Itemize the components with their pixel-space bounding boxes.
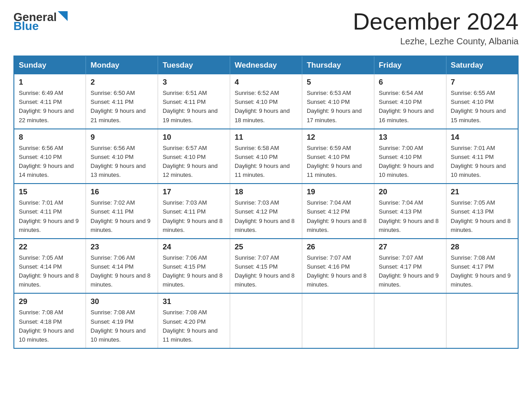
day-info: Sunrise: 6:56 AMSunset: 4:10 PMDaylight:… [19, 144, 81, 180]
calendar-cell: 22Sunrise: 7:05 AMSunset: 4:14 PMDayligh… [14, 239, 86, 294]
day-number: 19 [307, 188, 369, 197]
calendar-cell: 29Sunrise: 7:08 AMSunset: 4:18 PMDayligh… [14, 293, 86, 348]
day-info: Sunrise: 7:03 AMSunset: 4:11 PMDaylight:… [163, 198, 225, 235]
calendar-cell: 3Sunrise: 6:51 AMSunset: 4:11 PMDaylight… [158, 74, 230, 129]
calendar-cell: 26Sunrise: 7:07 AMSunset: 4:16 PMDayligh… [302, 239, 374, 294]
calendar-cell: 2Sunrise: 6:50 AMSunset: 4:11 PMDaylight… [86, 74, 158, 129]
day-info: Sunrise: 7:04 AMSunset: 4:12 PMDaylight:… [307, 198, 369, 235]
calendar-cell: 24Sunrise: 7:06 AMSunset: 4:15 PMDayligh… [158, 239, 230, 294]
day-number: 15 [19, 188, 81, 197]
day-number: 6 [379, 78, 442, 87]
day-info: Sunrise: 6:55 AMSunset: 4:10 PMDaylight:… [451, 89, 513, 125]
calendar-cell: 30Sunrise: 7:08 AMSunset: 4:19 PMDayligh… [86, 293, 158, 348]
day-info: Sunrise: 7:08 AMSunset: 4:18 PMDaylight:… [19, 308, 81, 344]
calendar-cell [302, 293, 374, 348]
day-info: Sunrise: 7:07 AMSunset: 4:16 PMDaylight:… [307, 253, 369, 290]
day-number: 28 [451, 243, 513, 252]
calendar-cell: 18Sunrise: 7:03 AMSunset: 4:12 PMDayligh… [230, 184, 302, 239]
calendar-cell: 5Sunrise: 6:53 AMSunset: 4:10 PMDaylight… [302, 74, 374, 129]
calendar-cell: 21Sunrise: 7:05 AMSunset: 4:13 PMDayligh… [446, 184, 518, 239]
calendar-cell: 23Sunrise: 7:06 AMSunset: 4:14 PMDayligh… [86, 239, 158, 294]
calendar-cell: 15Sunrise: 7:01 AMSunset: 4:11 PMDayligh… [14, 184, 86, 239]
calendar-cell: 1Sunrise: 6:49 AMSunset: 4:11 PMDaylight… [14, 74, 86, 129]
calendar-cell: 12Sunrise: 6:59 AMSunset: 4:10 PMDayligh… [302, 129, 374, 184]
day-number: 3 [163, 78, 225, 87]
day-info: Sunrise: 6:49 AMSunset: 4:11 PMDaylight:… [19, 89, 81, 125]
calendar-header-tuesday: Tuesday [158, 56, 230, 74]
day-number: 29 [19, 297, 81, 306]
day-number: 18 [235, 188, 297, 197]
day-number: 14 [451, 133, 513, 142]
day-number: 17 [163, 188, 225, 197]
day-number: 31 [163, 297, 225, 306]
calendar-header-sunday: Sunday [14, 56, 86, 74]
calendar-table: SundayMondayTuesdayWednesdayThursdayFrid… [13, 56, 519, 349]
day-info: Sunrise: 6:54 AMSunset: 4:10 PMDaylight:… [379, 89, 442, 125]
calendar-week-row: 29Sunrise: 7:08 AMSunset: 4:18 PMDayligh… [14, 293, 518, 348]
day-number: 4 [235, 78, 297, 87]
day-number: 20 [379, 188, 442, 197]
calendar-cell [374, 293, 446, 348]
calendar-cell: 7Sunrise: 6:55 AMSunset: 4:10 PMDaylight… [446, 74, 518, 129]
calendar-cell [446, 293, 518, 348]
day-info: Sunrise: 6:52 AMSunset: 4:10 PMDaylight:… [235, 89, 297, 125]
day-number: 9 [90, 133, 153, 142]
calendar-header-monday: Monday [86, 56, 158, 74]
day-number: 24 [163, 243, 225, 252]
day-info: Sunrise: 7:01 AMSunset: 4:11 PMDaylight:… [451, 144, 513, 180]
day-number: 7 [451, 78, 513, 87]
day-info: Sunrise: 7:03 AMSunset: 4:12 PMDaylight:… [235, 198, 297, 235]
day-number: 25 [235, 243, 297, 252]
day-info: Sunrise: 6:50 AMSunset: 4:11 PMDaylight:… [90, 89, 153, 125]
day-info: Sunrise: 7:04 AMSunset: 4:13 PMDaylight:… [379, 198, 442, 235]
calendar-cell: 4Sunrise: 6:52 AMSunset: 4:10 PMDaylight… [230, 74, 302, 129]
day-number: 22 [19, 243, 81, 252]
day-number: 2 [90, 78, 153, 87]
calendar-cell: 28Sunrise: 7:08 AMSunset: 4:17 PMDayligh… [446, 239, 518, 294]
svg-marker-0 [58, 11, 68, 21]
calendar-cell: 16Sunrise: 7:02 AMSunset: 4:11 PMDayligh… [86, 184, 158, 239]
day-info: Sunrise: 7:06 AMSunset: 4:14 PMDaylight:… [90, 253, 153, 290]
day-info: Sunrise: 6:53 AMSunset: 4:10 PMDaylight:… [307, 89, 369, 125]
day-info: Sunrise: 6:58 AMSunset: 4:10 PMDaylight:… [235, 144, 297, 180]
calendar-cell: 17Sunrise: 7:03 AMSunset: 4:11 PMDayligh… [158, 184, 230, 239]
day-number: 1 [19, 78, 81, 87]
calendar-cell: 6Sunrise: 6:54 AMSunset: 4:10 PMDaylight… [374, 74, 446, 129]
calendar-header-thursday: Thursday [302, 56, 374, 74]
calendar-cell: 14Sunrise: 7:01 AMSunset: 4:11 PMDayligh… [446, 129, 518, 184]
calendar-cell: 20Sunrise: 7:04 AMSunset: 4:13 PMDayligh… [374, 184, 446, 239]
calendar-week-row: 8Sunrise: 6:56 AMSunset: 4:10 PMDaylight… [14, 129, 518, 184]
calendar-header-saturday: Saturday [446, 56, 518, 74]
day-number: 8 [19, 133, 81, 142]
calendar-cell: 9Sunrise: 6:56 AMSunset: 4:10 PMDaylight… [86, 129, 158, 184]
day-number: 21 [451, 188, 513, 197]
day-number: 10 [163, 133, 225, 142]
calendar-week-row: 22Sunrise: 7:05 AMSunset: 4:14 PMDayligh… [14, 239, 518, 294]
logo: General Blue [13, 11, 68, 32]
logo-blue-text: Blue [13, 20, 39, 32]
calendar-header-wednesday: Wednesday [230, 56, 302, 74]
calendar-header-row: SundayMondayTuesdayWednesdayThursdayFrid… [14, 56, 518, 74]
day-info: Sunrise: 7:08 AMSunset: 4:20 PMDaylight:… [163, 308, 225, 344]
calendar-cell: 19Sunrise: 7:04 AMSunset: 4:12 PMDayligh… [302, 184, 374, 239]
location-text: Lezhe, Lezhe County, Albania [353, 36, 519, 47]
calendar-header-friday: Friday [374, 56, 446, 74]
day-info: Sunrise: 7:06 AMSunset: 4:15 PMDaylight:… [163, 253, 225, 290]
day-info: Sunrise: 6:51 AMSunset: 4:11 PMDaylight:… [163, 89, 225, 125]
day-number: 27 [379, 243, 442, 252]
calendar-cell: 25Sunrise: 7:07 AMSunset: 4:15 PMDayligh… [230, 239, 302, 294]
calendar-cell: 8Sunrise: 6:56 AMSunset: 4:10 PMDaylight… [14, 129, 86, 184]
day-info: Sunrise: 7:05 AMSunset: 4:13 PMDaylight:… [451, 198, 513, 235]
day-info: Sunrise: 7:00 AMSunset: 4:10 PMDaylight:… [379, 144, 442, 180]
title-block: December 2024 Lezhe, Lezhe County, Alban… [353, 9, 519, 47]
day-info: Sunrise: 6:59 AMSunset: 4:10 PMDaylight:… [307, 144, 369, 180]
day-number: 30 [90, 297, 153, 306]
day-info: Sunrise: 7:07 AMSunset: 4:15 PMDaylight:… [235, 253, 297, 290]
day-number: 13 [379, 133, 442, 142]
calendar-week-row: 15Sunrise: 7:01 AMSunset: 4:11 PMDayligh… [14, 184, 518, 239]
month-title: December 2024 [353, 9, 519, 34]
calendar-cell: 31Sunrise: 7:08 AMSunset: 4:20 PMDayligh… [158, 293, 230, 348]
day-number: 23 [90, 243, 153, 252]
day-info: Sunrise: 7:05 AMSunset: 4:14 PMDaylight:… [19, 253, 81, 290]
calendar-cell: 27Sunrise: 7:07 AMSunset: 4:17 PMDayligh… [374, 239, 446, 294]
